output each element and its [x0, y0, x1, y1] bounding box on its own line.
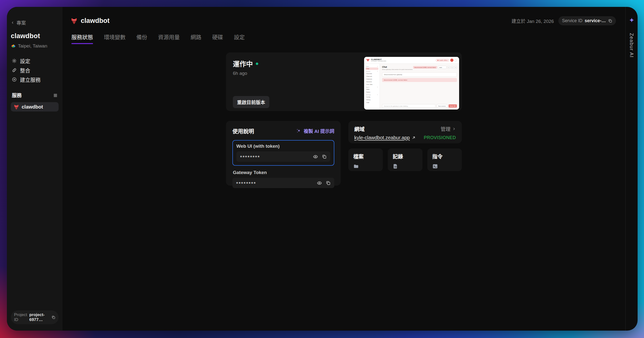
preview-nav-cron-jobs: Cron Jobs: [365, 83, 378, 86]
status-dot: [256, 62, 258, 65]
preview-chat-subtitle: Direct gateway chat session for quick in…: [382, 69, 413, 70]
usage-instructions-card: 使用說明 複製 AI 提示詞 Web UI (with token) *****…: [226, 121, 341, 186]
lobster-icon: [366, 58, 370, 62]
link-icon: [12, 68, 17, 72]
preview-refresh-icon: ⟳: [447, 66, 450, 69]
sidebar-item-label: 設定: [20, 57, 30, 64]
preview-nav-instances: Instances: [365, 78, 378, 80]
preview-nav-nodes: Nodes: [365, 91, 378, 93]
domain-status-badge: PROVISIONED: [424, 135, 456, 140]
sidebar-item-settings[interactable]: 設定: [11, 56, 58, 66]
tab-backups[interactable]: 備份: [136, 33, 147, 44]
preview-info-icon: ①: [451, 66, 454, 69]
external-link-icon: [412, 136, 416, 140]
preview-nav-debug: Debug: [365, 98, 378, 101]
preview-chat-input: Connect to the gateway to start chatting…: [382, 104, 436, 108]
gateway-token-field[interactable]: ********: [232, 178, 334, 188]
files-title: 檔案: [353, 152, 378, 160]
copy-icon[interactable]: [608, 19, 612, 23]
status-content: 運作中 6h ago 重啟目前版本 CLAWDBOT GATEWAY DASHB…: [226, 52, 462, 186]
service-main-panel: clawdbot 建立於 Jan 26, 2026 Service ID ser…: [62, 7, 625, 330]
preview-brand-sub: GATEWAY DASHBOARD: [371, 60, 386, 62]
sidebar-item-label: 整合: [20, 66, 30, 74]
project-sidebar: 專案 clawdbot Taipei, Taiwan 設定 整合 建立服務 服務: [7, 7, 62, 330]
masked-value: ********: [236, 179, 256, 186]
domain-link[interactable]: kyle-clawdbot.zeabur.app: [354, 135, 416, 140]
preview-sidebar: Chat˅ Chat Control˅ Overview Channels In…: [364, 64, 380, 110]
terminal-icon: [432, 164, 457, 169]
service-preview-thumbnail[interactable]: CLAWDBOT GATEWAY DASHBOARD health offlin…: [364, 57, 459, 110]
preview-disconnected-banner: Disconnected from gateway: [382, 72, 457, 77]
sidebar-item-integrations[interactable]: 整合: [11, 66, 58, 75]
restart-current-version-button[interactable]: 重啟目前版本: [233, 96, 269, 108]
commands-title: 指令: [432, 152, 457, 160]
tab-network[interactable]: 網路: [190, 33, 201, 44]
logs-card[interactable]: 記錄: [388, 148, 422, 171]
service-id-pill: Service ID service-…: [558, 16, 616, 25]
preview-chat-panel: Chat Direct gateway chat session for qui…: [380, 64, 459, 110]
sidebar-service-clawdbot[interactable]: clawdbot: [11, 102, 58, 112]
logs-title: 記錄: [393, 152, 417, 160]
gateway-token-label: Gateway Token: [232, 170, 334, 175]
tab-settings[interactable]: 設定: [234, 33, 245, 44]
tab-resource-usage[interactable]: 資源用量: [158, 33, 180, 44]
service-status-card: 運作中 6h ago 重啟目前版本 CLAWDBOT GATEWAY DASHB…: [226, 52, 462, 111]
eye-icon[interactable]: [317, 180, 322, 186]
copy-icon[interactable]: [326, 180, 330, 185]
list-view-icon[interactable]: [53, 93, 58, 98]
back-to-projects[interactable]: 專案: [11, 19, 58, 26]
lobster-icon: [71, 18, 77, 24]
tab-service-status[interactable]: 服務狀態: [72, 33, 93, 44]
services-section-header: 服務: [11, 92, 58, 99]
zeabur-app-window: 專案 clawdbot Taipei, Taiwan 設定 整合 建立服務 服務: [7, 7, 638, 330]
web-ui-field-group: Web UI (with token) ********: [232, 140, 334, 166]
sparkles-icon: [296, 128, 301, 134]
region-label: Taipei, Taiwan: [18, 43, 47, 49]
sidebar-item-create-service[interactable]: 建立服務: [11, 75, 58, 84]
preview-nav-channels: Channels: [365, 75, 378, 78]
project-id-pill: Project ID project-6977…: [11, 310, 58, 324]
masked-value: ********: [240, 153, 260, 160]
project-region: Taipei, Taiwan: [11, 43, 58, 49]
copy-icon[interactable]: [322, 154, 327, 159]
commands-card[interactable]: 指令: [427, 148, 462, 171]
preview-error-badge: disconnected (1008): connect failed: [413, 66, 437, 69]
files-card[interactable]: 檔案: [348, 148, 383, 171]
web-ui-token-field[interactable]: ********: [236, 152, 330, 162]
preview-nav-overview: Overview: [365, 72, 378, 75]
copy-ai-prompt-button[interactable]: 複製 AI 提示詞: [296, 128, 334, 134]
domain-card: 網域 管理 kyle-clawdbot.zeabur.app PRO: [348, 121, 462, 143]
preview-nav-chat: Chat: [365, 68, 378, 70]
usage-title: 使用說明: [232, 127, 254, 135]
tab-env-variables[interactable]: 環境變數: [104, 33, 126, 44]
web-ui-label: Web UI (with token): [236, 144, 330, 149]
preview-nav-logs: Logs: [365, 101, 378, 104]
preview-health-badge: health offline: [436, 59, 449, 62]
file-icon: [393, 164, 417, 169]
tab-disk[interactable]: 硬碟: [212, 33, 223, 44]
preview-session-input: main: [438, 66, 446, 69]
preview-send-button: Send: [448, 104, 457, 108]
preview-nav-skills: Skills: [365, 88, 378, 90]
lobster-icon: [14, 104, 19, 110]
preview-nav-sessions: Sessions: [365, 80, 378, 83]
eye-icon[interactable]: [313, 154, 318, 159]
preview-avatar: [450, 58, 454, 62]
project-id-value: project-6977…: [29, 312, 49, 322]
service-name-label: clawdbot: [22, 104, 43, 110]
sparkle-icon: [628, 17, 635, 24]
domain-title: 網域: [354, 125, 364, 132]
sidebar-item-label: 建立服務: [20, 76, 40, 83]
copy-icon[interactable]: [52, 315, 56, 319]
zeabur-ai-rail[interactable]: Zeabur AI: [625, 7, 638, 330]
preview-nav-config: Config: [365, 96, 378, 98]
zeabur-ai-label: Zeabur AI: [629, 33, 634, 58]
gear-icon: [12, 58, 17, 63]
chevron-right-icon: [452, 127, 456, 131]
project-name: clawdbot: [11, 32, 58, 40]
service-tabs: 服務狀態 環境變數 備份 資源用量 網路 硬碟 設定: [62, 25, 625, 44]
preview-chat-title: Chat: [382, 66, 413, 68]
preview-close-icon: [454, 59, 457, 62]
manage-domains-button[interactable]: 管理: [441, 125, 456, 132]
preview-new-session-button: New session: [436, 104, 448, 108]
